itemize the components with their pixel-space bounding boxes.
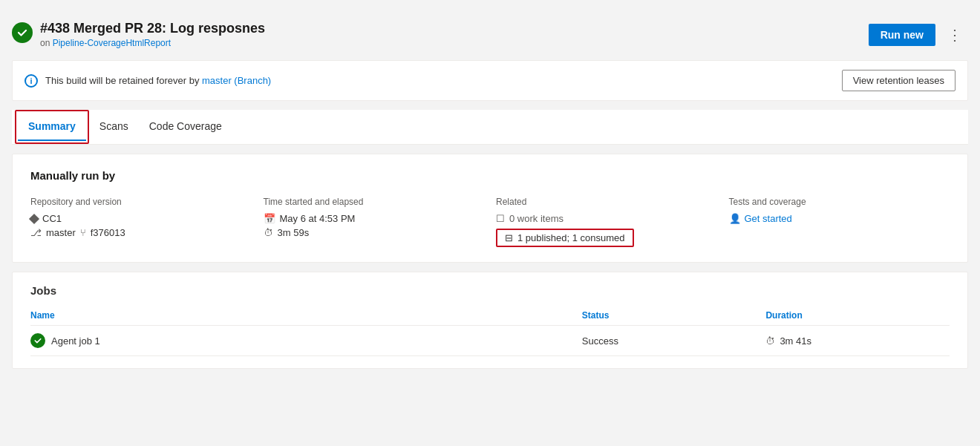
page-header: #438 Merged PR 28: Log resposnes on Pipe…	[12, 12, 968, 60]
summary-card-title: Manually run by	[30, 169, 950, 182]
timer-icon: ⏱	[264, 227, 273, 238]
repo-name-item: CC1	[30, 213, 252, 224]
related-label: Related	[496, 197, 717, 207]
table-row: Agent job 1 Success ⏱ 3m 41s	[30, 326, 950, 356]
branch-name: master	[46, 227, 76, 238]
header-title-block: #438 Merged PR 28: Log resposnes on Pipe…	[40, 21, 265, 48]
summary-grid: Repository and version CC1 ⎇ master ⑂ f3…	[30, 197, 950, 247]
job-duration-cell: ⏱ 3m 41s	[765, 326, 950, 356]
tab-bar: Summary Scans Code Coverage	[12, 110, 968, 145]
repo-label: Repository and version	[30, 197, 252, 207]
commit-hash: f376013	[91, 227, 125, 238]
work-items-icon: ☐	[496, 213, 505, 224]
time-started-item: 📅 May 6 at 4:53 PM	[264, 213, 485, 224]
header-left: #438 Merged PR 28: Log resposnes on Pipe…	[12, 21, 265, 48]
tests-col: Tests and coverage 👤 Get started	[729, 197, 950, 247]
view-retention-leases-button[interactable]: View retention leases	[842, 70, 956, 91]
job-status-cell: Success	[582, 326, 766, 356]
summary-tab-wrapper: Summary	[15, 110, 89, 144]
work-items-count: 0 work items	[509, 213, 564, 224]
jobs-card: Jobs Name Status Duration	[12, 272, 968, 369]
repo-name: CC1	[42, 213, 62, 224]
branch-item: ⎇ master ⑂ f376013	[30, 227, 252, 238]
jobs-title: Jobs	[30, 284, 950, 297]
page-title: #438 Merged PR 28: Log resposnes	[40, 21, 265, 36]
related-col: Related ☐ 0 work items ⊟ 1 published; 1 …	[496, 197, 717, 247]
branch-separator: ⑂	[80, 227, 86, 238]
build-status-icon	[12, 22, 33, 43]
time-col: Time started and elapsed 📅 May 6 at 4:53…	[264, 197, 485, 247]
job-status-icon	[30, 333, 45, 348]
pipeline-link[interactable]: Pipeline-CoverageHtmlReport	[53, 38, 171, 48]
diamond-icon	[29, 213, 39, 223]
jobs-table-header: Name Status Duration	[30, 306, 950, 326]
clock-icon: ⏱	[765, 335, 775, 347]
job-duration: 3m 41s	[780, 335, 811, 347]
col-header-duration: Duration	[765, 306, 950, 326]
tab-summary[interactable]: Summary	[18, 113, 86, 141]
tests-label: Tests and coverage	[729, 197, 950, 207]
jobs-table: Name Status Duration Agent	[30, 306, 950, 356]
artifacts-badge: ⊟ 1 published; 1 consumed	[496, 229, 634, 247]
info-icon: i	[24, 74, 38, 88]
work-items-item: ☐ 0 work items	[496, 213, 717, 224]
master-branch-link[interactable]: master (Branch)	[202, 75, 271, 86]
tab-code-coverage[interactable]: Code Coverage	[139, 113, 232, 141]
person-icon: 👤	[729, 213, 741, 224]
time-elapsed: 3m 59s	[278, 227, 310, 238]
repo-col: Repository and version CC1 ⎇ master ⑂ f3…	[30, 197, 252, 247]
col-header-name: Name	[30, 306, 582, 326]
job-name-cell: Agent job 1	[30, 326, 582, 356]
artifact-icon: ⊟	[505, 232, 513, 243]
job-status-text: Success	[582, 335, 618, 347]
job-name[interactable]: Agent job 1	[51, 335, 100, 347]
page-subtitle: on Pipeline-CoverageHtmlReport	[40, 38, 265, 48]
banner-text: This build will be retained forever by m…	[45, 75, 271, 86]
retention-banner: i This build will be retained forever by…	[12, 60, 968, 101]
branch-icon: ⎇	[30, 227, 42, 238]
time-label: Time started and elapsed	[264, 197, 485, 207]
banner-left: i This build will be retained forever by…	[24, 74, 271, 88]
summary-card: Manually run by Repository and version C…	[12, 154, 968, 263]
artifacts-text: 1 published; 1 consumed	[517, 232, 625, 243]
run-new-button[interactable]: Run new	[869, 24, 935, 46]
time-elapsed-item: ⏱ 3m 59s	[264, 227, 485, 238]
col-header-status: Status	[582, 306, 766, 326]
time-started: May 6 at 4:53 PM	[280, 213, 356, 224]
calendar-icon: 📅	[264, 213, 275, 224]
tab-scans[interactable]: Scans	[89, 113, 139, 141]
more-options-button[interactable]: ⋮	[941, 24, 968, 45]
get-started-link[interactable]: 👤 Get started	[729, 213, 950, 224]
header-actions: Run new ⋮	[869, 24, 968, 46]
